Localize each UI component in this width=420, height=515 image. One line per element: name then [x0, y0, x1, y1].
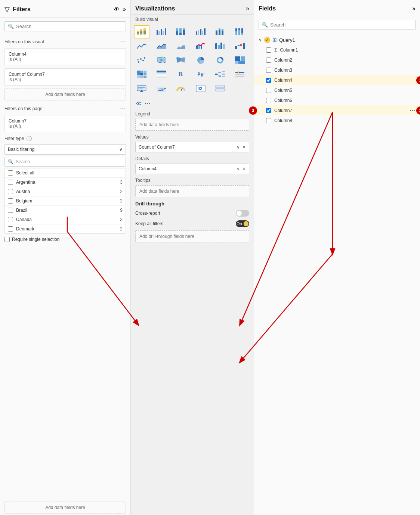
svg-rect-1: [137, 32, 139, 34]
chart-donut[interactable]: [212, 53, 228, 67]
column8-checkbox[interactable]: [266, 118, 271, 123]
chart-stacked-column[interactable]: [212, 25, 228, 38]
brazil-checkbox[interactable]: [8, 208, 13, 213]
chart-python-script[interactable]: Py: [193, 68, 209, 81]
svg-rect-82: [235, 74, 244, 75]
chart-map[interactable]: [154, 53, 169, 67]
chart-waterfall[interactable]: [232, 39, 248, 53]
denmark-checkbox[interactable]: [8, 226, 13, 232]
chart-kpi[interactable]: 123: [154, 82, 169, 95]
fields-expand-icon[interactable]: »: [412, 5, 416, 12]
viz-expand-icon[interactable]: »: [246, 5, 249, 12]
require-single-checkbox[interactable]: [4, 237, 10, 242]
keep-filters-toggle[interactable]: On: [236, 220, 249, 227]
field-item-column7[interactable]: Column7 ⋯ 3 2: [254, 105, 420, 115]
filter-type-label: Filter type: [4, 136, 24, 141]
column7-dots-icon[interactable]: ⋯: [410, 107, 416, 114]
filters-search-box[interactable]: 🔍: [4, 21, 126, 31]
chart-100-bar[interactable]: [173, 25, 189, 38]
column1-label: Column1: [280, 47, 407, 53]
austria-checkbox[interactable]: [8, 189, 13, 194]
filter-item-argentina[interactable]: Argentina 3: [5, 178, 126, 187]
chart-scatter[interactable]: [134, 53, 149, 67]
add-visual-fields-button[interactable]: Add data fields here: [4, 89, 126, 100]
column3-checkbox[interactable]: [266, 68, 271, 73]
chart-pie[interactable]: [193, 53, 209, 67]
belgium-checkbox[interactable]: [8, 198, 13, 204]
filter-item-austria[interactable]: Austria 2: [5, 187, 126, 196]
legend-drop-zone[interactable]: Add data fields here: [135, 119, 249, 131]
chart-clustered-column[interactable]: [193, 25, 209, 38]
field-item-column4[interactable]: Column4 ⋯ 1: [254, 75, 420, 85]
fields-search-box[interactable]: 🔍: [259, 20, 416, 30]
field-item-column1[interactable]: Σ Column1 ⋯: [254, 45, 420, 55]
field-item-column2[interactable]: Column2 ⋯: [254, 55, 420, 65]
chart-smart-narrative[interactable]: [134, 82, 149, 95]
select-all-checkbox[interactable]: [8, 170, 13, 176]
filter-item-belgium[interactable]: Belgium 2: [5, 196, 126, 206]
chart-multirow-card[interactable]: [212, 82, 228, 95]
argentina-checkbox[interactable]: [8, 180, 13, 185]
chart-filled-map[interactable]: [173, 53, 189, 67]
chart-r-script[interactable]: R: [173, 68, 189, 81]
filter-eye-icon[interactable]: 👁: [114, 6, 120, 13]
fields-panel: Fields » 🔍 ∨ ✓ ⊞ Query1 Σ Column1 ⋯: [254, 0, 420, 515]
svg-rect-9: [163, 31, 164, 35]
column6-checkbox[interactable]: [266, 98, 271, 103]
query-group-label: Query1: [279, 37, 295, 43]
fields-search-input[interactable]: [270, 22, 412, 28]
add-page-fields-button[interactable]: Add data fields here: [4, 502, 126, 514]
svg-rect-18: [198, 30, 199, 35]
drill-add-fields-button[interactable]: Add drill-through fields here: [135, 230, 249, 242]
denmark-count: 2: [120, 226, 123, 232]
select-all-item[interactable]: Select all: [5, 168, 126, 178]
query-group-header[interactable]: ∨ ✓ ⊞ Query1: [254, 35, 420, 45]
filters-page-menu-icon[interactable]: ⋯: [120, 105, 126, 112]
chart-card[interactable]: 42: [193, 82, 209, 95]
chart-ribbon[interactable]: [212, 39, 228, 53]
filter-type-dropdown[interactable]: Basic filtering ∨: [4, 144, 126, 155]
details-expand-icon[interactable]: ∨: [237, 166, 240, 171]
filter-item-brazil[interactable]: Brazil 9: [5, 206, 126, 215]
chart-area[interactable]: [154, 39, 169, 53]
chart-decomp-tree[interactable]: [212, 68, 228, 81]
details-remove-icon[interactable]: ✕: [242, 166, 246, 171]
column2-checkbox[interactable]: [266, 58, 271, 63]
require-single-selection[interactable]: Require single selection: [0, 235, 130, 244]
chart-gauge[interactable]: [173, 82, 189, 95]
filters-search-input[interactable]: [16, 24, 123, 29]
filter-list-search[interactable]: 🔍 Search: [4, 157, 126, 167]
cross-report-toggle[interactable]: [236, 210, 249, 217]
values-remove-icon[interactable]: ✕: [242, 145, 246, 150]
chart-clustered-bar[interactable]: [154, 25, 169, 38]
chart-stacked-area[interactable]: [173, 39, 189, 53]
filters-visual-menu-icon[interactable]: ⋯: [120, 38, 126, 45]
svg-point-49: [137, 59, 139, 61]
column4-checkbox[interactable]: [266, 78, 271, 83]
field-item-column8[interactable]: Column8 ⋯: [254, 115, 420, 125]
chart-stacked-bar[interactable]: [134, 25, 149, 38]
chart-combo[interactable]: [193, 39, 209, 53]
svg-line-79: [217, 72, 219, 74]
chart-line[interactable]: [134, 39, 149, 53]
column1-checkbox[interactable]: [266, 47, 271, 53]
tooltips-drop-zone[interactable]: Add data fields here: [135, 185, 249, 197]
canada-checkbox[interactable]: [8, 217, 13, 222]
chart-100-column[interactable]: [232, 25, 248, 38]
filter-item-denmark[interactable]: Denmark 2: [5, 224, 126, 233]
viz-expand-left-icon[interactable]: ≪: [135, 100, 142, 107]
chart-treemap[interactable]: [232, 53, 248, 67]
chart-matrix[interactable]: [134, 68, 149, 81]
field-item-column5[interactable]: Column5 ⋯: [254, 85, 420, 95]
filters-expand-icon[interactable]: »: [123, 6, 126, 13]
filter-column7count-name: Count of Column7: [9, 72, 122, 77]
field-item-column3[interactable]: Column3 ⋯: [254, 65, 420, 75]
chart-slicer[interactable]: [232, 68, 248, 81]
values-expand-icon[interactable]: ∨: [237, 145, 240, 150]
field-item-column6[interactable]: Column6 ⋯: [254, 95, 420, 105]
column7-checkbox[interactable]: [266, 108, 271, 113]
column5-checkbox[interactable]: [266, 88, 271, 93]
viz-more-dots[interactable]: ⋯: [145, 100, 151, 107]
filter-item-canada[interactable]: Canada 3: [5, 215, 126, 224]
chart-table[interactable]: [154, 68, 169, 81]
